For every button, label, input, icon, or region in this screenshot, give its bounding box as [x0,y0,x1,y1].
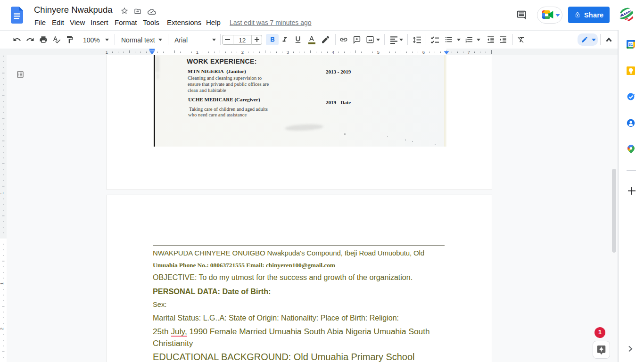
svg-text:3: 3 [287,49,289,55]
svg-text:7: 7 [468,49,470,55]
svg-text:1: 1 [0,192,4,194]
svg-text:1: 1 [106,49,108,55]
svg-text:1: 1 [0,282,4,285]
svg-text:2: 2 [0,328,4,330]
svg-text:6: 6 [422,49,425,55]
svg-text:1: 1 [196,49,198,55]
svg-text:2: 2 [241,49,244,55]
svg-text:4: 4 [332,49,334,55]
svg-text:5: 5 [377,49,380,55]
svg-text:31: 31 [628,42,633,47]
